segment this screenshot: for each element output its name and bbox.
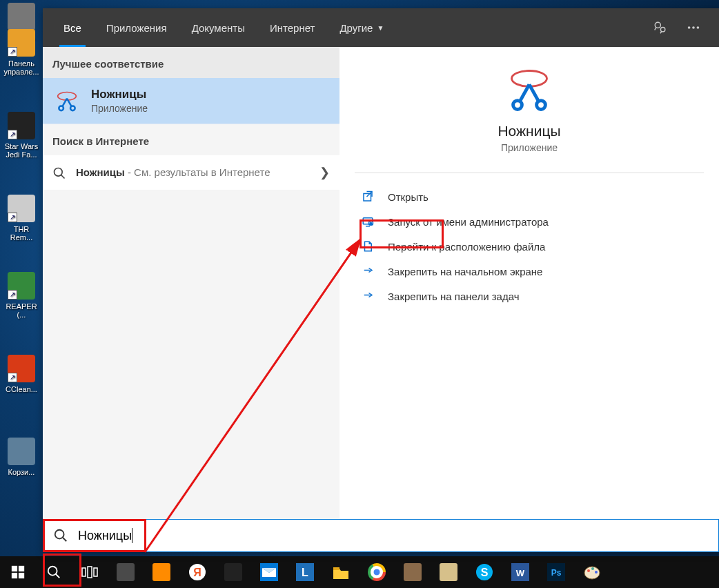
- tabs-right-controls: [650, 8, 711, 47]
- taskbar: ЯLSWPs: [0, 556, 719, 588]
- detail-app-icon: [506, 65, 553, 112]
- svg-rect-22: [82, 568, 86, 576]
- svg-point-9: [512, 71, 547, 87]
- taskbar-app-files[interactable]: [323, 556, 359, 588]
- svg-rect-20: [19, 573, 24, 578]
- divider: [355, 173, 704, 173]
- taskbar-search-button[interactable]: [36, 556, 72, 588]
- tab-документы[interactable]: Документы: [179, 8, 257, 47]
- svg-rect-12: [364, 194, 371, 202]
- open-icon: [362, 190, 375, 203]
- tab-приложения[interactable]: Приложения: [94, 8, 179, 47]
- svg-point-44: [591, 567, 594, 570]
- taskbar-app-mail[interactable]: [251, 556, 287, 588]
- taskbar-app-photos[interactable]: [395, 556, 431, 588]
- search-content: Лучшее соответствие Ножницы Приложение П…: [43, 47, 719, 519]
- svg-point-21: [48, 567, 57, 576]
- svg-point-35: [373, 569, 380, 576]
- best-match-name: Ножницы: [91, 88, 148, 101]
- svg-point-43: [587, 569, 590, 572]
- svg-point-4: [697, 26, 700, 29]
- svg-text:W: W: [516, 568, 525, 578]
- desktop-icon[interactable]: ↗CClean...: [0, 352, 43, 400]
- tab-интернет[interactable]: Интернет: [257, 8, 327, 47]
- action-file[interactable]: Перейти к расположению файла: [339, 234, 719, 259]
- svg-rect-19: [12, 573, 17, 578]
- svg-point-8: [55, 168, 63, 177]
- taskbar-app-browser[interactable]: [108, 556, 144, 588]
- svg-text:Ps: Ps: [551, 568, 562, 578]
- taskbar-app-paint[interactable]: [574, 556, 610, 588]
- svg-point-2: [688, 26, 691, 29]
- more-options-icon[interactable]: [683, 17, 704, 38]
- svg-point-3: [692, 26, 695, 29]
- taskbar-app-chrome[interactable]: [359, 556, 395, 588]
- web-search-result[interactable]: Ножницы - См. результаты в Интернете ❯: [43, 155, 339, 190]
- web-search-header: Поиск в Интернете: [43, 124, 339, 155]
- file-icon: [362, 240, 375, 253]
- desktop-icon[interactable]: ↗Star Wars Jedi Fa...: [0, 109, 43, 166]
- detail-header: Ножницы Приложение: [339, 47, 719, 166]
- taskbar-app-yandex[interactable]: Я: [179, 556, 215, 588]
- web-sub: - См. результаты в Интернете: [125, 166, 270, 178]
- best-match-header: Лучшее соответствие: [43, 47, 339, 78]
- svg-rect-17: [12, 566, 17, 571]
- taskbar-app-skype[interactable]: S: [466, 556, 502, 588]
- results-column: Лучшее соответствие Ножницы Приложение П…: [43, 47, 339, 519]
- taskbar-app-tool[interactable]: [215, 556, 251, 588]
- svg-rect-18: [19, 566, 24, 571]
- svg-point-10: [513, 101, 522, 110]
- search-bar-icon: [53, 528, 68, 543]
- svg-rect-30: [333, 567, 339, 570]
- tab-другие[interactable]: Другие▼: [327, 8, 396, 47]
- best-match-type: Приложение: [91, 103, 148, 114]
- task-view-button[interactable]: [72, 556, 108, 588]
- svg-text:Я: Я: [193, 567, 201, 578]
- admin-icon: [362, 215, 375, 228]
- detail-subtitle: Приложение: [339, 142, 719, 153]
- search-popup: ВсеПриложенияДокументыИнтернетДругие▼ Лу…: [43, 8, 719, 552]
- svg-point-0: [655, 22, 660, 28]
- svg-point-11: [537, 101, 546, 110]
- search-icon: [52, 166, 68, 180]
- pin-icon: [362, 265, 375, 277]
- taskbar-app-L[interactable]: L: [287, 556, 323, 588]
- svg-point-6: [59, 106, 63, 111]
- snipping-tool-icon: [52, 86, 81, 115]
- svg-rect-24: [94, 568, 97, 576]
- svg-point-1: [660, 28, 664, 32]
- search-tabs: ВсеПриложенияДокументыИнтернетДругие▼: [43, 8, 719, 47]
- detail-actions: ОткрытьЗапуск от имени администратораПер…: [339, 184, 719, 308]
- taskbar-app-word[interactable]: W: [502, 556, 538, 588]
- taskbar-app-ps[interactable]: Ps: [538, 556, 574, 588]
- start-button[interactable]: [0, 556, 36, 588]
- best-match-item[interactable]: Ножницы Приложение: [43, 78, 339, 124]
- desktop-icon[interactable]: ↗THR Rem...: [0, 192, 43, 248]
- desktop-icon[interactable]: Корзи...: [0, 435, 43, 483]
- action-open[interactable]: Открыть: [352, 184, 444, 209]
- feedback-icon[interactable]: [650, 17, 671, 38]
- search-input-bar[interactable]: Ножницы: [43, 519, 719, 552]
- svg-rect-23: [88, 567, 92, 578]
- pin-icon: [362, 290, 375, 302]
- search-input-text: Ножницы: [78, 529, 132, 543]
- svg-text:S: S: [481, 567, 489, 578]
- tab-все[interactable]: Все: [51, 8, 94, 47]
- svg-point-7: [70, 106, 75, 111]
- chevron-down-icon: ▼: [377, 24, 384, 32]
- action-admin[interactable]: Запуск от имени администратора: [339, 209, 719, 234]
- svg-text:L: L: [302, 567, 308, 578]
- desktop-icon[interactable]: ↗REAPER (...: [0, 269, 43, 326]
- chevron-right-icon: ❯: [313, 165, 330, 180]
- desktop-icon[interactable]: ↗Панель управле...: [0, 26, 43, 83]
- taskbar-app-sublime[interactable]: [144, 556, 179, 588]
- web-query: Ножницы: [76, 166, 125, 178]
- detail-title: Ножницы: [339, 123, 719, 139]
- svg-point-15: [55, 530, 64, 539]
- detail-column: Ножницы Приложение ОткрытьЗапуск от имен…: [339, 47, 719, 519]
- action-pin[interactable]: Закрепить на панели задач: [339, 284, 719, 308]
- svg-point-45: [595, 571, 598, 574]
- action-pin[interactable]: Закрепить на начальном экране: [339, 259, 719, 284]
- taskbar-app-notes[interactable]: [431, 556, 466, 588]
